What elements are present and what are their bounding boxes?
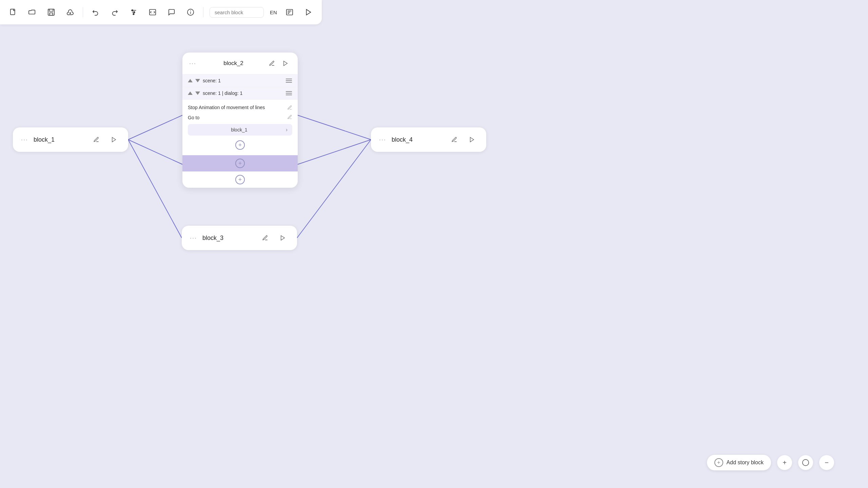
scene2-up-arrow[interactable] [188,92,193,95]
svg-line-4 [128,140,182,238]
redo-icon[interactable] [108,6,121,19]
svg-line-2 [298,115,371,140]
toolbar-play-icon[interactable] [302,6,315,19]
cloud-icon[interactable] [64,6,77,19]
scene-row-2: scene: 1 | dialog: 1 [182,87,298,100]
block1-dots[interactable]: ··· [21,136,28,143]
stop-animation-row: Stop Animation of movement of lines [188,104,292,111]
goto-label: Go to [188,115,199,120]
goto-target-text: block_1 [193,127,286,133]
svg-line-0 [128,115,182,140]
add-button-1-row[interactable]: + [188,138,292,152]
scene2-label: scene: 1 | dialog: 1 [203,90,283,96]
block-2-card: ··· block_2 scene: 1 [182,53,298,188]
lang-selector[interactable]: EN [270,9,277,15]
comment-icon[interactable] [165,6,178,19]
filter-icon[interactable] [127,6,140,19]
add-story-button[interactable]: + Add story block [707,455,771,470]
block-1: ··· block_1 [13,127,128,152]
block-3: ··· block_3 [182,226,297,250]
connections-svg [0,0,868,488]
bottom-bar: + Add story block + − [707,455,834,470]
stop-animation-text: Stop Animation of movement of lines [188,104,284,111]
add-button-2[interactable]: + [235,159,245,168]
svg-line-3 [298,140,371,164]
save-icon[interactable] [45,6,58,19]
info-icon[interactable] [184,6,197,19]
undo-icon[interactable] [89,6,102,19]
open-folder-icon[interactable] [26,6,39,19]
block3-dots[interactable]: ··· [190,235,197,242]
scene1-menu[interactable] [285,78,292,83]
search-input[interactable] [210,7,264,18]
add-button-1[interactable]: + [235,140,245,150]
new-file-icon[interactable] [7,6,20,19]
block1-play-button[interactable] [108,134,120,146]
diagram-icon[interactable] [283,6,296,19]
svg-point-30 [803,460,809,466]
goto-row: Go to [188,115,292,121]
block2-title: block_2 [200,60,267,67]
block1-title: block_1 [34,136,85,143]
toolbar-divider-2 [203,7,203,17]
block4-title: block_4 [392,136,443,143]
svg-point-13 [133,14,134,15]
block2-header-icons [267,58,291,69]
svg-line-1 [128,140,182,164]
goto-edit-button[interactable] [287,115,292,121]
zoom-fit-button[interactable] [798,455,813,470]
scene2-menu[interactable] [285,90,292,96]
add-button-3-row[interactable]: + [182,171,298,188]
add-button-3[interactable]: + [235,175,245,184]
stop-animation-edit-button[interactable] [287,105,292,111]
block3-edit-button[interactable] [259,232,271,244]
block4-dots[interactable]: ··· [379,136,386,143]
svg-point-11 [132,10,133,11]
scene-row-1: scene: 1 [182,75,298,87]
svg-line-5 [297,140,371,238]
add-button-2-row[interactable]: + [182,155,298,171]
svg-rect-7 [48,9,54,15]
toolbar: EN [0,0,322,24]
block2-play-button[interactable] [280,58,291,69]
block4-play-button[interactable] [466,134,478,146]
code-icon[interactable] [146,6,159,19]
canvas: EN ··· block_1 ··· [0,0,868,488]
goto-arrow-icon[interactable]: › [286,127,288,133]
svg-marker-29 [470,137,474,142]
block1-edit-button[interactable] [90,134,102,146]
block2-dots[interactable]: ··· [189,60,196,67]
zoom-in-button[interactable]: + [777,455,792,470]
scene1-label: scene: 1 [203,78,283,83]
block-4: ··· block_4 [371,127,486,152]
block4-edit-button[interactable] [448,134,460,146]
block3-play-button[interactable] [277,232,289,244]
block2-edit-button[interactable] [267,58,277,69]
svg-rect-6 [11,9,15,15]
goto-target[interactable]: block_1 › [188,124,292,136]
svg-marker-28 [281,236,285,240]
scene1-down-arrow[interactable] [195,79,200,82]
svg-marker-21 [284,61,288,66]
zoom-out-button[interactable]: − [819,455,834,470]
add-story-label: Add story block [727,460,764,466]
toolbar-divider-1 [83,7,83,17]
add-story-plus-icon: + [714,458,723,467]
svg-point-12 [134,12,135,13]
svg-marker-20 [112,137,116,142]
block3-title: block_3 [202,235,254,242]
block2-content: Stop Animation of movement of lines Go t… [182,100,298,155]
svg-marker-19 [306,9,311,15]
scene2-down-arrow[interactable] [195,92,200,95]
scene1-up-arrow[interactable] [188,79,193,82]
block2-header: ··· block_2 [182,53,298,75]
